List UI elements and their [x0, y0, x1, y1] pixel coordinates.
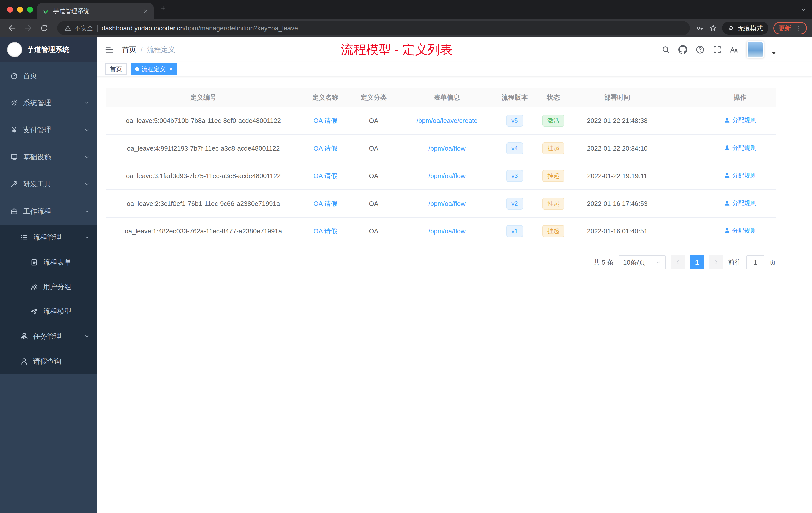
- tab-close-icon[interactable]: [143, 8, 149, 14]
- definition-name-link[interactable]: OA 请假: [313, 117, 337, 124]
- assign-rule-link[interactable]: 分配规则: [724, 172, 756, 179]
- sidebar-item-payment[interactable]: 支付管理: [0, 117, 97, 144]
- sidebar-item-home[interactable]: 首页: [0, 62, 97, 89]
- help-icon[interactable]: [696, 45, 704, 54]
- tab-search-chevron-icon[interactable]: [800, 6, 807, 13]
- table-row: oa_leave:3:1fad3d93-7b75-11ec-a3c8-acde4…: [106, 162, 776, 190]
- sidebar-toggle-icon[interactable]: [105, 45, 115, 55]
- sidebar-logo[interactable]: 芋道管理系统: [0, 37, 97, 62]
- yen-icon: [10, 126, 18, 134]
- version-tag: v5: [506, 115, 523, 127]
- definition-name-link[interactable]: OA 请假: [313, 172, 337, 180]
- incognito-icon: [728, 25, 735, 32]
- form-info-link[interactable]: /bpm/oa/flow: [428, 145, 465, 152]
- sidebar-item-system[interactable]: 系统管理: [0, 89, 97, 117]
- fullscreen-icon[interactable]: [713, 45, 722, 54]
- breadcrumb-separator: /: [141, 46, 143, 54]
- avatar-image: [748, 42, 763, 57]
- security-chip[interactable]: 不安全: [64, 24, 93, 32]
- bookmark-star-icon[interactable]: [709, 24, 717, 32]
- page-number-button[interactable]: 1: [690, 255, 704, 269]
- wrench-icon: [10, 180, 18, 188]
- incognito-label: 无痕模式: [738, 24, 763, 32]
- font-size-icon[interactable]: [730, 45, 739, 54]
- password-key-icon[interactable]: [696, 24, 704, 32]
- minimize-window-button[interactable]: [17, 6, 23, 12]
- form-info-link[interactable]: /bpm/oa/flow: [428, 228, 465, 235]
- maximize-window-button[interactable]: [27, 6, 33, 12]
- assign-rule-link[interactable]: 分配规则: [724, 144, 756, 152]
- tag-close-icon[interactable]: ×: [169, 65, 173, 72]
- sidebar-item-leave-query[interactable]: 请假查询: [0, 349, 97, 374]
- status-tag: 挂起: [542, 225, 564, 237]
- avatar-caret-icon[interactable]: [772, 52, 776, 55]
- page-size-select[interactable]: 10条/页: [619, 255, 666, 269]
- url-path: /bpm/manager/definition?key=oa_leave: [184, 24, 298, 32]
- definition-name-link[interactable]: OA 请假: [313, 145, 337, 152]
- list-icon: [20, 233, 28, 241]
- chevron-down-icon: [84, 333, 90, 339]
- close-window-button[interactable]: [7, 6, 13, 12]
- definition-id: oa_leave:3:1fad3d93-7b75-11ec-a3c8-acde4…: [126, 172, 281, 180]
- browser-menu-icon[interactable]: [795, 25, 802, 32]
- status-tag: 激活: [542, 115, 564, 127]
- org-icon: [20, 332, 28, 340]
- form-info-link[interactable]: /bpm/oa/flow: [428, 172, 465, 180]
- sidebar-item-process-management[interactable]: 流程管理: [0, 225, 97, 250]
- sidebar-item-process-model[interactable]: 流程模型: [0, 299, 97, 324]
- form-info-link[interactable]: /bpm/oa/flow: [428, 200, 465, 207]
- status-tag: 挂起: [542, 170, 564, 182]
- back-icon: [7, 24, 17, 33]
- logo-title: 芋道管理系统: [27, 45, 69, 55]
- github-icon[interactable]: [678, 45, 688, 54]
- version-tag: v1: [506, 225, 523, 237]
- sidebar-item-devtools[interactable]: 研发工具: [0, 171, 97, 198]
- definition-table: 定义编号 定义名称 定义分类 表单信息 流程版本 状态 部署时间 操作 oa_l…: [106, 88, 776, 245]
- address-bar[interactable]: 不安全 dashboard.yudao.iocoder.cn/bpm/manag…: [57, 21, 690, 35]
- chevron-down-icon: [84, 181, 90, 187]
- sidebar-item-task-management[interactable]: 任务管理: [0, 324, 97, 349]
- search-icon[interactable]: [661, 45, 670, 54]
- sidebar-item-user-group[interactable]: 用户分组: [0, 275, 97, 299]
- definition-id: oa_leave:1:482ec033-762a-11ec-8477-a2380…: [125, 228, 282, 235]
- pagination: 共 5 条 10条/页 1 前往 页: [106, 255, 776, 269]
- chevron-down-icon: [84, 154, 90, 160]
- page-jump-input[interactable]: [746, 255, 764, 269]
- sidebar-item-workflow[interactable]: 工作流程: [0, 198, 97, 225]
- new-tab-button[interactable]: [160, 4, 167, 11]
- next-page-button[interactable]: [709, 255, 723, 269]
- goto-label: 前往: [728, 258, 741, 267]
- logo-avatar: [7, 42, 22, 57]
- tag-home[interactable]: 首页: [106, 63, 126, 75]
- forward-button[interactable]: [21, 21, 35, 35]
- table-row: oa_leave:4:991f2193-7b7f-11ec-a3c8-acde4…: [106, 134, 776, 162]
- app-header: 首页 / 流程定义 流程模型 - 定义列表: [97, 37, 812, 62]
- monitor-icon: [10, 153, 18, 161]
- assign-rule-link[interactable]: 分配规则: [724, 199, 756, 207]
- chrome-update-button[interactable]: 更新: [773, 22, 807, 34]
- tag-process-definition[interactable]: 流程定义 ×: [130, 63, 177, 75]
- back-button[interactable]: [5, 21, 19, 35]
- browser-tab[interactable]: 芋道管理系统: [37, 3, 154, 19]
- prev-page-button[interactable]: [671, 255, 685, 269]
- assign-rule-link[interactable]: 分配规则: [724, 116, 756, 124]
- url-text: dashboard.yudao.iocoder.cn/bpm/manager/d…: [102, 24, 298, 32]
- warning-icon: [64, 25, 71, 32]
- table-row: oa_leave:2:3c1f0ef1-76b1-11ec-9c66-a2380…: [106, 190, 776, 217]
- breadcrumb-home[interactable]: 首页: [122, 45, 136, 55]
- deploy-time: 2022-01-22 19:19:11: [587, 172, 647, 180]
- definition-id: oa_leave:2:3c1f0ef1-76b1-11ec-9c66-a2380…: [126, 200, 280, 207]
- deploy-time: 2022-01-16 17:46:53: [587, 200, 647, 207]
- table-row: oa_leave:5:004b710b-7b8a-11ec-8ef0-acde4…: [106, 107, 776, 134]
- breadcrumb-current: 流程定义: [147, 45, 175, 55]
- definition-name-link[interactable]: OA 请假: [313, 200, 337, 207]
- reload-button[interactable]: [37, 21, 51, 35]
- table-header-row: 定义编号 定义名称 定义分类 表单信息 流程版本 状态 部署时间 操作: [106, 88, 776, 107]
- definition-name-link[interactable]: OA 请假: [313, 228, 337, 235]
- sidebar-item-infrastructure[interactable]: 基础设施: [0, 144, 97, 171]
- assign-rule-link[interactable]: 分配规则: [724, 227, 756, 235]
- form-info-link[interactable]: /bpm/oa/leave/create: [416, 117, 477, 124]
- definition-id: oa_leave:5:004b710b-7b8a-11ec-8ef0-acde4…: [126, 117, 281, 124]
- user-avatar[interactable]: [747, 41, 764, 58]
- sidebar-item-process-form[interactable]: 流程表单: [0, 250, 97, 275]
